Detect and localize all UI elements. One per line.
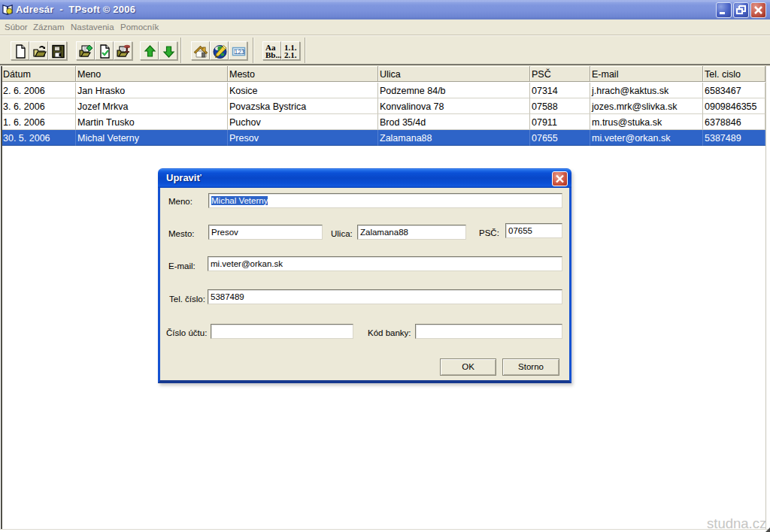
svg-text:123: 123 (235, 48, 245, 56)
